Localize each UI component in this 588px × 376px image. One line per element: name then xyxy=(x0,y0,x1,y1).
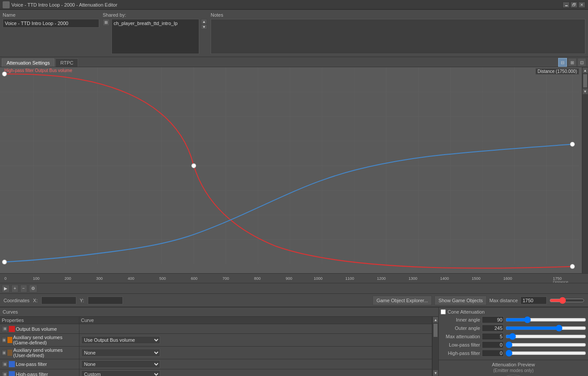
curves-scroll-up[interactable]: ▲ xyxy=(433,317,438,323)
vscroll-up[interactable]: ▲ xyxy=(582,67,588,73)
view-buttons: ⊟ ⊞ ⊡ xyxy=(558,58,586,67)
curve-icon-1[interactable]: ⊞ xyxy=(2,326,8,332)
curves-scroll-thumb[interactable] xyxy=(434,324,437,337)
cone-highpass-input[interactable] xyxy=(482,350,504,357)
graph-curve-label: High-pass filter Output Bus volume xyxy=(4,68,72,73)
attn-preview-title: Attenuation Preview xyxy=(492,362,535,367)
shared-scroll-down[interactable]: ▼ xyxy=(201,24,207,29)
curve-name-1: ⊞ Output Bus volume xyxy=(0,324,79,334)
curve-opt-cell-2: Use Output Bus volume None Custom xyxy=(79,334,432,347)
svg-text:1200: 1200 xyxy=(377,276,386,281)
curve-row-4: ⊞ Low-pass filter None Custom Use Output… xyxy=(0,359,432,369)
curve-select-5[interactable]: Custom None Use Output Bus volume xyxy=(81,370,160,376)
cone-outer-angle-row: Outer angle xyxy=(441,325,586,332)
svg-text:800: 800 xyxy=(254,276,261,281)
cone-max-attn-slider[interactable] xyxy=(506,334,586,339)
curve-icon-2[interactable]: ⊞ xyxy=(2,337,7,343)
attn-preview: Attenuation Preview (Emitter modes only) xyxy=(439,360,588,376)
max-distance-input[interactable] xyxy=(520,296,547,304)
window-title: Voice - TTD Intro Loop - 2000 - Attenuat… xyxy=(11,2,563,7)
restore-button[interactable]: 🗗 xyxy=(570,2,577,8)
cone-lowpass-slider[interactable] xyxy=(506,342,586,347)
svg-point-27 xyxy=(192,163,196,168)
tab-rtpc[interactable]: RTPC xyxy=(55,58,78,67)
svg-text:700: 700 xyxy=(222,276,229,281)
cone-inner-input[interactable] xyxy=(482,316,504,323)
cone-lowpass-label: Low-pass filter xyxy=(441,342,480,347)
cone-lowpass-input[interactable] xyxy=(482,341,504,348)
svg-text:600: 600 xyxy=(191,276,197,281)
curve-row-3: ⊞ Auxiliary send volumes (User-defined) … xyxy=(0,347,432,359)
curves-scrollbar[interactable]: ▲ ▼ xyxy=(432,317,438,376)
graph-svg[interactable] xyxy=(0,67,588,273)
curve-icon-4[interactable]: ⊞ xyxy=(2,361,8,367)
curve-name-4: ⊞ Low-pass filter xyxy=(0,359,79,369)
name-input[interactable] xyxy=(3,19,99,28)
cone-outer-slider[interactable] xyxy=(506,325,586,331)
curve-label-3: Auxiliary send volumes (User-defined) xyxy=(13,347,77,358)
close-button[interactable]: ✕ xyxy=(578,2,585,8)
x-input[interactable] xyxy=(41,296,76,304)
curve-opt-cell-1 xyxy=(79,324,432,334)
cone-highpass-slider[interactable] xyxy=(506,351,586,356)
graph-vscrollbar[interactable]: ▲ ▼ xyxy=(582,67,588,273)
notes-box[interactable] xyxy=(211,19,585,54)
toolbar-add-btn[interactable]: + xyxy=(11,285,18,293)
curve-color-4 xyxy=(9,361,15,367)
curve-color-3 xyxy=(7,350,12,356)
game-object-explorer-button[interactable]: Game Object Explorer... xyxy=(373,296,432,305)
coords-right: Game Object Explorer... Show Game Object… xyxy=(373,296,584,305)
max-distance-slider[interactable] xyxy=(549,297,584,304)
curve-opt-cell-5: Custom None Use Output Bus volume xyxy=(79,369,432,376)
window-controls: 🗕 🗗 ✕ xyxy=(563,2,585,8)
curve-select-2[interactable]: Use Output Bus volume None Custom xyxy=(81,336,160,344)
col-properties: Properties xyxy=(0,317,79,324)
curve-color-5 xyxy=(9,371,15,376)
cone-header-label: Cone Attenuation xyxy=(448,309,484,315)
curve-name-2: ⊞ Auxiliary send volumes (Game-defined) xyxy=(0,334,79,347)
curves-right: Cone Attenuation Inner angle Outer angle… xyxy=(439,307,588,376)
shared-scroll-up[interactable]: ▲ xyxy=(201,19,207,24)
cone-max-attn-input[interactable] xyxy=(482,333,504,340)
show-game-objects-button[interactable]: Show Game Objects xyxy=(434,296,487,305)
cone-inner-slider[interactable] xyxy=(506,317,586,322)
view-btn-3[interactable]: ⊡ xyxy=(577,58,586,67)
toolbar-remove-btn[interactable]: − xyxy=(20,285,27,293)
vscroll-track[interactable] xyxy=(582,74,588,87)
curve-select-4[interactable]: None Custom Use Output Bus volume xyxy=(81,360,160,368)
graph-area[interactable]: High-pass filter Output Bus volume Dista… xyxy=(0,67,588,274)
tab-bar: Attenuation Settings RTPC ⊟ ⊞ ⊡ xyxy=(0,57,588,67)
y-input[interactable] xyxy=(88,296,123,304)
tab-attenuation[interactable]: Attenuation Settings xyxy=(2,58,54,67)
shared-icon[interactable]: ⊞ xyxy=(103,19,110,26)
curves-scroll-track[interactable] xyxy=(433,323,438,370)
coords-section-label: Coordinates xyxy=(4,298,29,303)
toolbar-play-btn[interactable]: ▶ xyxy=(2,285,10,293)
svg-text:300: 300 xyxy=(96,276,103,281)
curve-color-1 xyxy=(9,326,15,332)
cone-outer-input[interactable] xyxy=(482,325,504,332)
vscroll-down[interactable]: ▼ xyxy=(582,88,588,94)
x-label: X: xyxy=(33,298,37,303)
svg-point-30 xyxy=(570,264,574,269)
curve-name-5: ⊞ High-pass filter xyxy=(0,369,79,376)
notes-area: Notes xyxy=(211,12,585,54)
curves-scroll-down[interactable]: ▼ xyxy=(433,370,438,376)
minimize-button[interactable]: 🗕 xyxy=(563,2,570,8)
svg-text:100: 100 xyxy=(33,276,39,281)
curve-icon-3[interactable]: ⊞ xyxy=(2,350,7,356)
vscroll-thumb[interactable] xyxy=(583,74,587,87)
view-btn-1[interactable]: ⊟ xyxy=(558,58,567,67)
curve-opt-cell-4: None Custom Use Output Bus volume xyxy=(79,359,432,369)
curve-color-2 xyxy=(7,337,12,343)
curve-icon-5[interactable]: ⊞ xyxy=(2,371,8,376)
shared-group: ⊞ ch_player_breath_ttd_intro_lp ▲ ▼ xyxy=(103,19,207,54)
toolbar-settings-btn[interactable]: ⚙ xyxy=(29,285,37,293)
shared-list[interactable]: ch_player_breath_ttd_intro_lp xyxy=(111,19,199,54)
curve-select-3[interactable]: None Custom Use Output Bus volume xyxy=(81,349,160,357)
curves-left: Curves Properties Curve ⊞ O xyxy=(0,307,439,376)
cone-checkbox[interactable] xyxy=(441,309,446,315)
view-btn-2[interactable]: ⊞ xyxy=(568,58,577,67)
x-axis-svg: 0 100 200 300 400 500 600 700 800 900 10… xyxy=(0,274,579,283)
x-axis: 0 100 200 300 400 500 600 700 800 900 10… xyxy=(0,274,588,283)
